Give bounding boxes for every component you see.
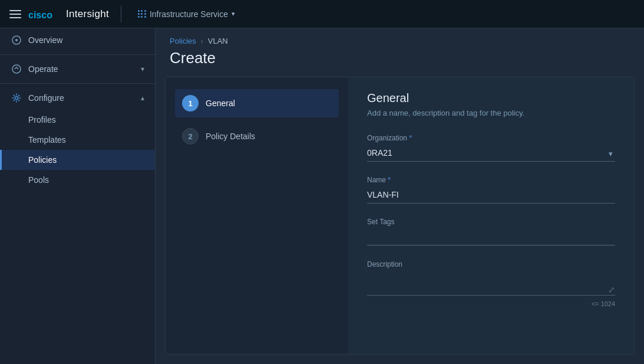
svg-rect-1 — [9, 14, 21, 15]
service-icon — [138, 10, 146, 18]
organization-label: Organization * — [367, 134, 615, 142]
overview-icon — [11, 34, 22, 46]
tags-divider — [367, 245, 615, 246]
svg-point-7 — [15, 97, 18, 100]
operate-left: Operate — [11, 63, 58, 75]
topnav: cisco Intersight Infrastructure Service … — [0, 0, 644, 28]
description-label: Description — [367, 260, 615, 268]
svg-rect-2 — [9, 17, 21, 18]
sidebar-item-profiles[interactable]: Profiles — [0, 110, 155, 130]
form-panel: General Add a name, description and tag … — [348, 77, 634, 354]
set-tags-field: Set Tags — [367, 218, 615, 246]
set-tags-input[interactable] — [367, 229, 615, 245]
service-label: Infrastructure Service — [150, 9, 228, 19]
configure-chevron-icon: ▴ — [141, 94, 144, 102]
body-layout: Overview Operate ▾ — [0, 28, 644, 364]
cisco-logo: cisco — [28, 6, 59, 22]
svg-text:cisco: cisco — [28, 10, 52, 20]
name-label: Name * — [367, 176, 615, 184]
sidebar-divider-2 — [0, 83, 155, 84]
sidebar-item-templates[interactable]: Templates — [0, 130, 155, 150]
sidebar-item-operate[interactable]: Operate ▾ — [0, 57, 155, 81]
breadcrumb-parent[interactable]: Policies — [170, 37, 196, 45]
hamburger-menu[interactable] — [9, 8, 21, 20]
svg-rect-0 — [9, 10, 21, 11]
policies-label: Policies — [28, 155, 57, 165]
step-1-number: 1 — [182, 95, 199, 112]
sidebar-item-pools[interactable]: Pools — [0, 170, 155, 190]
nav-divider — [121, 6, 121, 22]
wizard-steps-panel: 1 General 2 Policy Details — [166, 77, 348, 354]
service-chevron-icon: ▾ — [232, 10, 235, 18]
pools-label: Pools — [28, 175, 49, 185]
description-textarea[interactable] — [367, 272, 615, 296]
name-required-star: * — [388, 176, 391, 184]
description-wrapper: ⤢ — [367, 272, 615, 298]
configure-left: Configure — [11, 92, 64, 104]
configure-icon — [11, 92, 22, 104]
set-tags-label: Set Tags — [367, 218, 615, 226]
name-input[interactable] — [367, 188, 615, 204]
name-field: Name * — [367, 176, 615, 204]
organization-input[interactable] — [367, 146, 615, 162]
step-1-label: General — [206, 99, 235, 108]
operate-label: Operate — [28, 64, 58, 74]
wizard-step-1[interactable]: 1 General — [175, 89, 339, 117]
main-content: Policies › VLAN Create 1 General 2 — [156, 28, 644, 364]
organization-select-wrapper: ▾ — [367, 146, 615, 162]
sidebar-divider-1 — [0, 54, 155, 55]
svg-point-5 — [15, 39, 18, 41]
page-header: Policies › VLAN Create — [156, 28, 644, 72]
description-char-limit: <= 1024 — [367, 300, 615, 307]
templates-label: Templates — [28, 135, 66, 145]
breadcrumb-separator: › — [201, 37, 203, 45]
step-2-label: Policy Details — [206, 132, 255, 141]
page-title: Create — [170, 49, 630, 67]
breadcrumb: Policies › VLAN — [170, 37, 630, 45]
form-title: General — [367, 91, 615, 105]
profiles-label: Profiles — [28, 115, 56, 124]
description-field: Description ⤢ <= 1024 — [367, 260, 615, 307]
configure-label: Configure — [28, 93, 64, 103]
organization-field: Organization * ▾ — [367, 134, 615, 162]
service-selector[interactable]: Infrastructure Service ▾ — [133, 7, 240, 21]
wizard-step-2[interactable]: 2 Policy Details — [175, 122, 339, 150]
sidebar-item-policies[interactable]: Policies — [0, 150, 155, 170]
wizard-area: 1 General 2 Policy Details General Add a… — [165, 77, 635, 355]
operate-icon — [11, 63, 22, 75]
sidebar: Overview Operate ▾ — [0, 28, 156, 364]
form-subtitle: Add a name, description and tag for the … — [367, 109, 615, 117]
step-2-number: 2 — [182, 128, 199, 145]
app-name: Intersight — [66, 8, 109, 20]
svg-point-6 — [12, 65, 21, 73]
sidebar-item-overview[interactable]: Overview — [0, 28, 155, 52]
sidebar-item-configure[interactable]: Configure ▴ — [0, 86, 155, 110]
operate-chevron-icon: ▾ — [141, 65, 144, 73]
sidebar-item-label-overview: Overview — [28, 35, 62, 45]
organization-required-star: * — [409, 134, 412, 142]
breadcrumb-current: VLAN — [208, 37, 228, 45]
